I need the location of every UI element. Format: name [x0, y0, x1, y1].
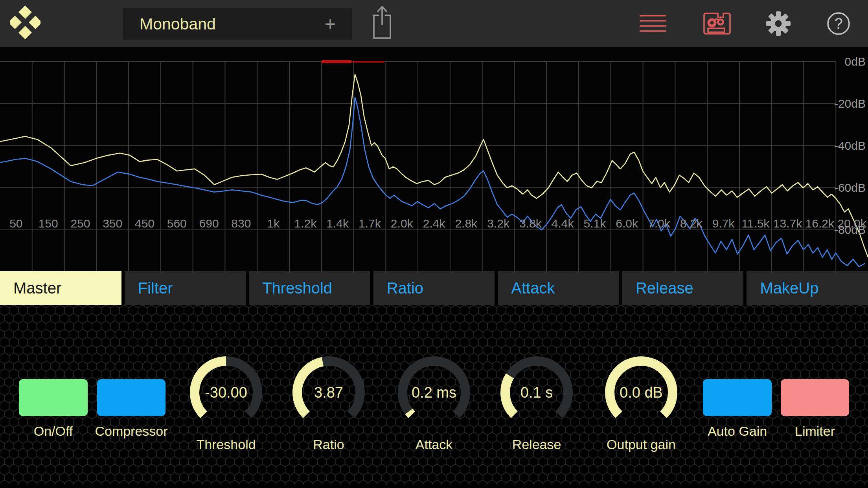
knob-value-release: 0.1 s — [520, 384, 553, 401]
plugin-window: Monoband + — [0, 0, 868, 488]
freq-tick-label: 3.2k — [487, 217, 510, 230]
tape-recorder-icon[interactable] — [703, 12, 731, 35]
preset-name: Monoband — [140, 15, 309, 33]
freq-tick-label: 9.7k — [712, 217, 735, 230]
knob-value-attack: 0.2 ms — [412, 384, 456, 401]
band-tabs: MasterFilterThresholdRatioAttackReleaseM… — [0, 271, 868, 305]
menu-icon[interactable] — [639, 15, 667, 32]
db-tick-label: 0dB — [845, 55, 866, 68]
knob-fill — [409, 411, 412, 415]
threshold-marker-thick[interactable] — [322, 60, 351, 63]
tab-master[interactable]: Master — [0, 271, 121, 305]
post-spectrum-curve — [0, 97, 865, 267]
freq-tick-label: 350 — [103, 217, 122, 230]
freq-tick-label: 150 — [39, 217, 58, 230]
knob-label-threshold: Threshold — [196, 437, 256, 452]
freq-tick-label: 1k — [267, 217, 280, 230]
freq-tick-label: 450 — [135, 217, 154, 230]
db-tick-label: -80dB — [834, 223, 866, 236]
toneboosters-logo-icon — [10, 4, 40, 42]
freq-tick-label: 2.0k — [391, 217, 414, 230]
toggle-label-limiter: Limiter — [795, 424, 835, 439]
top-bar: Monoband + — [0, 0, 868, 47]
freq-tick-label: 4.4k — [552, 217, 574, 230]
toggle-label-compressor: Compressor — [95, 424, 167, 439]
knob-label-attack: Attack — [416, 437, 452, 452]
freq-tick-label: 1.4k — [326, 217, 349, 230]
freq-tick-label: 2.4k — [423, 217, 446, 230]
knob-threshold[interactable]: -30.00 — [187, 353, 265, 432]
gear-icon[interactable] — [766, 11, 791, 36]
knob-value-output-gain: 0.0 dB — [620, 384, 663, 401]
add-preset-button[interactable]: + — [309, 9, 352, 39]
tab-attack[interactable]: Attack — [498, 271, 619, 305]
control-panel: On/OffCompressorAuto GainLimiter-30.00Th… — [0, 305, 868, 488]
tab-ratio[interactable]: Ratio — [373, 271, 495, 305]
freq-tick-label: 11.5k — [741, 217, 770, 230]
freq-tick-label: 3.8k — [519, 217, 542, 230]
knob-fill — [505, 376, 514, 415]
freq-tick-label: 830 — [231, 217, 251, 230]
db-tick-label: -20dB — [834, 97, 866, 110]
knob-label-ratio: Ratio — [313, 437, 344, 452]
knob-value-threshold: -30.00 — [205, 384, 247, 401]
freq-tick-label: 1.7k — [359, 217, 381, 230]
freq-tick-label: 13.7k — [773, 217, 802, 230]
help-icon[interactable]: ? — [826, 11, 851, 36]
toggle-on-off[interactable] — [19, 379, 88, 416]
tab-release[interactable]: Release — [622, 271, 744, 305]
freq-tick-label: 16.2k — [805, 217, 835, 230]
freq-tick-label: 7.0k — [648, 217, 671, 230]
db-tick-label: -40dB — [834, 139, 866, 152]
tab-threshold[interactable]: Threshold — [249, 271, 370, 305]
knob-release[interactable]: 0.1 s — [497, 353, 576, 432]
freq-tick-label: 1.2k — [294, 217, 317, 230]
toggle-label-auto-gain: Auto Gain — [708, 424, 767, 439]
freq-tick-label: 50 — [9, 217, 22, 230]
tab-filter[interactable]: Filter — [125, 271, 246, 305]
freq-tick-label: 8.2k — [680, 217, 703, 230]
spectrum-analyzer[interactable]: 501502503504505606908301k1.2k1.4k1.7k2.0… — [0, 47, 868, 271]
knob-label-release: Release — [512, 437, 561, 452]
preset-selector[interactable]: Monoband + — [123, 8, 352, 40]
freq-tick-label: 5.1k — [584, 217, 607, 230]
threshold-marker-thin[interactable] — [353, 61, 384, 63]
freq-tick-label: 250 — [70, 217, 90, 230]
freq-tick-label: 560 — [167, 217, 187, 230]
knob-ratio[interactable]: 3.87 — [289, 353, 368, 432]
tab-makeup[interactable]: MakeUp — [747, 271, 868, 305]
freq-tick-label: 2.8k — [455, 217, 478, 230]
toggle-compressor[interactable] — [97, 379, 166, 416]
knob-value-ratio: 3.87 — [314, 384, 343, 401]
toggle-limiter[interactable] — [781, 379, 849, 416]
knob-label-output-gain: Output gain — [607, 437, 676, 452]
toggle-auto-gain[interactable] — [703, 379, 772, 416]
db-tick-label: -60dB — [834, 181, 866, 194]
svg-text:?: ? — [834, 15, 842, 32]
freq-tick-label: 690 — [199, 217, 219, 230]
share-icon[interactable] — [370, 5, 394, 42]
freq-tick-label: 6.0k — [616, 217, 638, 230]
knob-output-gain[interactable]: 0.0 dB — [602, 353, 680, 432]
knob-attack[interactable]: 0.2 ms — [395, 353, 473, 432]
toggle-label-on-off: On/Off — [34, 424, 73, 439]
